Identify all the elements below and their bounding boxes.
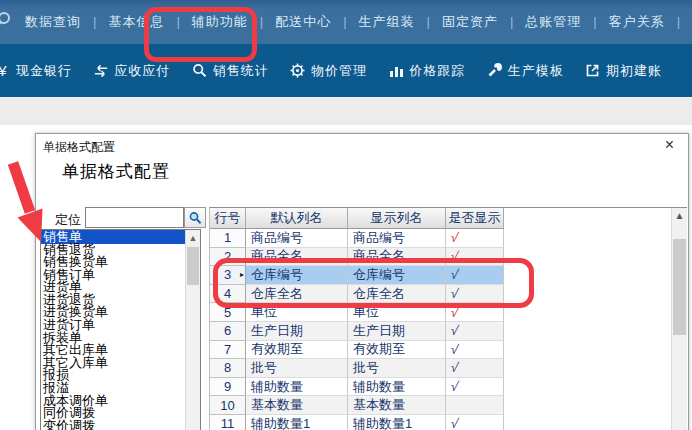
nav-item-5[interactable]: 生产组装	[349, 14, 425, 29]
toolbar-item-7[interactable]: 期初建账	[585, 62, 662, 80]
search-icon	[192, 63, 208, 79]
visible-flag-cell[interactable]: √	[446, 229, 504, 248]
nav-item-8[interactable]: 客户关系	[599, 14, 675, 29]
row-number-cell: 11	[210, 415, 246, 430]
display-name-cell[interactable]: 辅助数量1	[348, 415, 446, 430]
visible-flag-cell[interactable]: √	[446, 341, 504, 360]
close-icon[interactable]: ×	[661, 136, 678, 154]
default-name-cell[interactable]: 基本数量	[246, 396, 348, 415]
transfer-icon	[93, 63, 109, 79]
check-icon: √	[449, 342, 459, 357]
check-icon: √	[449, 379, 459, 394]
visible-flag-cell[interactable]: √	[446, 285, 504, 304]
row-number-cell: 5	[210, 303, 246, 322]
display-name-cell[interactable]: 仓库全名	[348, 285, 446, 304]
row-number-cell: 9	[210, 378, 246, 397]
row-number-cell: 6	[210, 322, 246, 341]
default-name-cell[interactable]: 辅助数量	[246, 378, 348, 397]
doc-list-scrollbar[interactable]: ▲	[185, 230, 200, 430]
toolbar-item-1[interactable]: ¥现金银行	[0, 62, 72, 80]
table-row[interactable]: 7有效期至有效期至√	[210, 341, 671, 360]
visible-flag-cell[interactable]: √	[446, 378, 504, 397]
display-name-cell[interactable]: 单位	[348, 303, 446, 322]
doc-format-config-dialog: 单据格式配置 × 单据格式配置 定位 销售单销售退货销售换货单销售订单进货单进货…	[35, 133, 689, 430]
nav-items: 数据查询|基本信息|辅助功能|配送中心|生产组装|固定资产|总账管理|客户关系|…	[15, 13, 692, 31]
table-row[interactable]: 9辅助数量辅助数量√	[210, 378, 671, 397]
toolbar-item-3[interactable]: 销售统计	[192, 62, 269, 80]
scrollbar-thumb[interactable]	[187, 247, 199, 285]
check-icon: √	[449, 323, 459, 338]
visible-flag-cell[interactable]: √	[446, 303, 504, 322]
bar-chart-icon	[388, 63, 404, 79]
toolbar-item-label: 生产模板	[508, 62, 564, 80]
scroll-up-icon[interactable]: ▲	[672, 208, 687, 225]
nav-item-3[interactable]: 辅助功能	[182, 14, 258, 29]
scrollbar-thumb[interactable]	[673, 239, 686, 335]
locate-search-button[interactable]	[184, 207, 206, 228]
table-row[interactable]: 3▸仓库编号仓库编号√	[210, 266, 671, 285]
grid-rows: 行号默认列名显示列名是否显示1商品编号商品编号√2商品全名商品全名√3▸仓库编号…	[210, 208, 671, 430]
icon-toolbar: ¥现金银行应收应付销售统计物价管理价格跟踪生产模板期初建账	[0, 44, 692, 97]
toolbar-item-5[interactable]: 价格跟踪	[388, 62, 465, 80]
table-row[interactable]: 11辅助数量1辅助数量1√	[210, 415, 671, 430]
default-name-cell[interactable]: 商品全名	[246, 248, 348, 267]
visible-flag-cell[interactable]: √	[446, 359, 504, 378]
current-row-marker-icon: ▸	[240, 270, 244, 279]
dialog-titlebar[interactable]: 单据格式配置 ×	[36, 134, 688, 156]
locate-input[interactable]	[85, 207, 184, 228]
table-row[interactable]: 4仓库全名仓库全名√	[210, 285, 671, 304]
nav-separator: |	[341, 14, 348, 29]
list-item[interactable]: 变价调拨	[41, 420, 185, 430]
column-header[interactable]: 行号	[210, 208, 246, 229]
visible-flag-cell[interactable]: √	[446, 322, 504, 341]
default-name-cell[interactable]: 商品编号	[246, 229, 348, 248]
toolbar-item-label: 应收应付	[114, 62, 170, 80]
default-name-cell[interactable]: 批号	[246, 359, 348, 378]
nav-item-6[interactable]: 固定资产	[432, 14, 508, 29]
column-header[interactable]: 显示列名	[348, 208, 446, 229]
nav-item-4[interactable]: 配送中心	[265, 14, 341, 29]
nav-item-7[interactable]: 总账管理	[515, 14, 591, 29]
toolbar-item-6[interactable]: 生产模板	[487, 62, 564, 80]
nav-item-9[interactable]: 系统	[682, 14, 692, 29]
table-row[interactable]: 10基本数量基本数量	[210, 396, 671, 415]
display-name-cell[interactable]: 基本数量	[348, 396, 446, 415]
check-icon: √	[449, 286, 459, 301]
toolbar-item-4[interactable]: 物价管理	[290, 62, 367, 80]
table-row[interactable]: 5单位单位√	[210, 303, 671, 322]
visible-flag-cell[interactable]: √	[446, 266, 504, 285]
display-name-cell[interactable]: 辅助数量	[348, 378, 446, 397]
display-name-cell[interactable]: 生产日期	[348, 322, 446, 341]
table-row[interactable]: 2商品全名商品全名√	[210, 248, 671, 267]
toolbar-item-2[interactable]: 应收应付	[93, 62, 170, 80]
table-row[interactable]: 1商品编号商品编号√	[210, 229, 671, 248]
column-header[interactable]: 默认列名	[246, 208, 348, 229]
gear-icon	[290, 63, 306, 79]
display-name-cell[interactable]: 仓库编号	[348, 266, 446, 285]
row-number-cell: 7	[210, 341, 246, 360]
default-name-cell[interactable]: 仓库编号	[246, 266, 348, 285]
nav-item-1[interactable]: 数据查询	[15, 14, 91, 29]
default-name-cell[interactable]: 辅助数量1	[246, 415, 348, 430]
visible-flag-cell[interactable]	[446, 396, 504, 415]
table-row[interactable]: 6生产日期生产日期√	[210, 322, 671, 341]
default-name-cell[interactable]: 有效期至	[246, 341, 348, 360]
nav-item-2[interactable]: 基本信息	[98, 14, 174, 29]
display-name-cell[interactable]: 有效期至	[348, 341, 446, 360]
nav-separator: |	[425, 14, 432, 29]
display-name-cell[interactable]: 商品全名	[348, 248, 446, 267]
default-name-cell[interactable]: 生产日期	[246, 322, 348, 341]
default-name-cell[interactable]: 仓库全名	[246, 285, 348, 304]
grid-scrollbar[interactable]: ▲	[671, 208, 687, 430]
nav-separator: |	[591, 14, 598, 29]
column-header[interactable]: 是否显示	[446, 208, 504, 229]
display-name-cell[interactable]: 商品编号	[348, 229, 446, 248]
content-background-strip	[0, 97, 692, 125]
check-icon: √	[449, 267, 459, 282]
display-name-cell[interactable]: 批号	[348, 359, 446, 378]
visible-flag-cell[interactable]: √	[446, 415, 504, 430]
visible-flag-cell[interactable]: √	[446, 248, 504, 267]
default-name-cell[interactable]: 单位	[246, 303, 348, 322]
scroll-up-icon[interactable]: ▲	[186, 230, 200, 246]
table-row[interactable]: 8批号批号√	[210, 359, 671, 378]
